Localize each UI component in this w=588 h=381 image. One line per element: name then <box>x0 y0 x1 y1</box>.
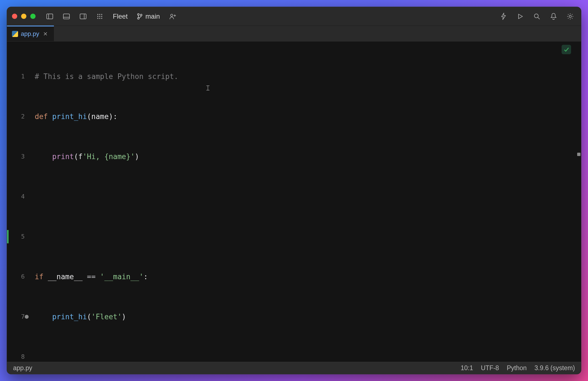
svg-point-18 <box>171 14 173 16</box>
zoom-window-button[interactable] <box>30 14 36 19</box>
file-tab-label: app.py <box>21 30 39 38</box>
editor[interactable]: 𝙸 1# This is a sample Python script. 2de… <box>7 41 581 362</box>
run-icon[interactable] <box>514 11 526 22</box>
settings-icon[interactable] <box>564 11 576 22</box>
svg-point-22 <box>534 14 538 18</box>
svg-line-23 <box>538 17 540 19</box>
app-window: Fleet main <box>7 7 581 374</box>
notifications-icon[interactable] <box>548 11 559 22</box>
status-interpreter[interactable]: 3.9.6 (system) <box>534 364 575 372</box>
svg-rect-4 <box>80 14 86 19</box>
svg-point-11 <box>101 16 102 17</box>
svg-marker-21 <box>519 14 522 19</box>
panel-bottom-icon[interactable] <box>61 11 72 22</box>
svg-point-17 <box>140 14 142 16</box>
file-tab[interactable]: app.py ✕ <box>7 26 54 41</box>
titlebar: Fleet main <box>7 7 581 26</box>
status-language[interactable]: Python <box>507 364 527 372</box>
panel-left-icon[interactable] <box>44 11 56 22</box>
git-branch[interactable]: main <box>135 13 162 20</box>
bolt-icon[interactable] <box>498 11 509 22</box>
tab-bar: app.py ✕ <box>7 26 581 41</box>
minimize-window-button[interactable] <box>21 14 26 19</box>
code-area[interactable]: 1# This is a sample Python script. 2def … <box>7 41 581 362</box>
project-name[interactable]: Fleet <box>111 13 130 20</box>
project-name-text: Fleet <box>113 13 128 20</box>
add-collaborator-icon[interactable] <box>167 11 179 22</box>
svg-point-24 <box>569 15 571 18</box>
code-comment: # This is a sample Python script. <box>35 72 178 81</box>
svg-point-14 <box>101 18 102 19</box>
apps-grid-icon[interactable] <box>94 11 106 22</box>
svg-point-12 <box>97 18 98 19</box>
svg-point-6 <box>97 14 98 15</box>
svg-point-15 <box>138 14 139 15</box>
svg-point-13 <box>99 18 100 19</box>
svg-point-10 <box>99 16 100 17</box>
status-cursor-position[interactable]: 10:1 <box>461 364 473 372</box>
svg-point-8 <box>101 14 102 15</box>
git-branch-name: main <box>145 13 160 20</box>
close-window-button[interactable] <box>12 14 17 19</box>
status-encoding[interactable]: UTF-8 <box>481 364 499 372</box>
python-file-icon <box>12 31 18 37</box>
status-file[interactable]: app.py <box>13 364 32 372</box>
svg-rect-2 <box>63 14 69 19</box>
search-icon[interactable] <box>531 11 543 22</box>
panel-right-icon[interactable] <box>77 11 89 22</box>
svg-point-9 <box>97 16 98 17</box>
window-controls <box>12 14 36 19</box>
svg-rect-0 <box>47 14 53 19</box>
close-tab-icon[interactable]: ✕ <box>42 31 49 37</box>
branch-icon <box>137 13 143 20</box>
svg-point-7 <box>99 14 100 15</box>
status-bar: app.py 10:1 UTF-8 Python 3.9.6 (system) <box>7 362 581 374</box>
